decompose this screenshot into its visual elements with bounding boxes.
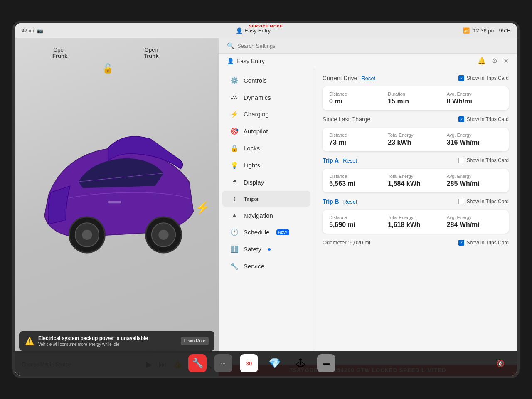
profile-row: 👤 Easy Entry 🔔 ⚙ ✕ [219,54,517,68]
sidebar-item-schedule[interactable]: 🕐 Schedule NEW [222,224,310,240]
current-drive-reset[interactable]: Reset [361,75,375,81]
display-icon: 🖥 [230,178,239,186]
warning-notification: ⚠️ Electrical system backup power is una… [19,331,214,351]
battery-indicator: 42 mi [22,28,34,34]
bell-icon-button[interactable]: 🔔 [478,57,486,65]
dock-item-menu[interactable]: ▬ [317,354,335,372]
sidebar-item-display[interactable]: 🖥 Display [222,174,310,190]
current-drive-avg-energy: Avg. Energy 0 Wh/mi [447,91,502,105]
safety-icon: ℹ️ [230,245,239,253]
sidebar-item-dynamics[interactable]: 🏎 Dynamics [222,89,310,105]
warning-description: Vehicle will consume more energy while i… [38,342,177,347]
trip-a-reset[interactable]: Reset [343,158,357,164]
current-drive-distance: Distance 0 mi [329,91,384,105]
dock-item-joystick[interactable]: 🕹 [291,354,310,372]
display-label: Display [244,179,264,186]
temperature-display: 95°F [499,27,510,34]
settings-icon-button[interactable]: ⚙ [492,57,498,65]
svg-text:⚡: ⚡ [195,200,210,215]
trip-b-show-trips[interactable]: Show in Trips Card [458,199,509,204]
dynamics-label: Dynamics [244,94,271,101]
trip-a-avg-energy: Avg. Energy 285 Wh/mi [447,174,502,187]
service-bar-right: 📶 12:36 pm 95°F [463,27,510,34]
person-icon: 👤 [236,27,243,34]
sidebar-item-navigation[interactable]: ▲ Navigation [222,207,310,223]
autopilot-label: Autopilot [244,128,268,135]
trip-b-reset[interactable]: Reset [343,199,357,205]
search-icon: 🔍 [227,42,234,49]
current-drive-duration-label: Duration [388,91,443,96]
svg-rect-6 [108,201,121,203]
trip-a-distance: Distance 5,563 mi [329,174,384,187]
wrench-icon: 🔧 [192,358,203,369]
service-bar: SERVICE MODE 42 mi 📷 👤 Easy Entry 📶 12:3… [15,23,517,38]
autopilot-icon: 🎯 [230,127,239,135]
warning-text-block: Electrical system backup power is unavai… [38,335,177,347]
sidebar-item-autopilot[interactable]: 🎯 Autopilot [222,123,310,139]
trip-a-total-energy-value: 1,584 kWh [388,180,443,187]
open-frunk-label[interactable]: Open Frunk [52,47,67,59]
trip-b-checkbox[interactable] [458,199,464,204]
dock-item-calendar[interactable]: 30 [240,354,258,372]
camera-icon: 📷 [37,28,43,34]
two-col-layout: ⚙️ Controls 🏎 Dynamics ⚡ Charging 🎯 [219,68,517,365]
service-icon: 🔧 [230,262,239,270]
sidebar-item-service[interactable]: 🔧 Service [222,258,310,274]
trip-a-show-trips[interactable]: Show in Trips Card [458,158,509,163]
odometer-show-trips[interactable]: ✓ Show in Trips Card [458,240,509,246]
since-last-charge-show-trips[interactable]: ✓ Show in Trips Card [458,116,509,122]
trip-b-total-energy-value: 1,618 kWh [388,221,443,229]
trip-b-show-label: Show in Trips Card [467,199,509,204]
open-trunk-label[interactable]: Open Trunk [144,47,158,59]
dock-item-gems[interactable]: 💎 [266,354,284,372]
locks-label: Locks [244,145,260,152]
sidebar-item-locks[interactable]: 🔒 Locks [222,140,310,156]
since-last-charge-show-label: Show in Trips Card [467,116,509,122]
sidebar-item-charging[interactable]: ⚡ Charging [222,106,310,122]
controls-label: Controls [244,77,267,84]
gems-icon: 💎 [268,357,281,369]
close-icon-button[interactable]: ✕ [503,57,509,65]
dock-item-wrench[interactable]: 🔧 [188,354,207,372]
current-drive-show-trips[interactable]: ✓ Show in Trips Card [458,75,509,81]
odometer-checkbox[interactable]: ✓ [458,240,464,246]
trips-content-area: Current Drive Reset ✓ Show in Trips Card… [314,68,517,365]
current-drive-duration: Duration 15 min [388,91,443,105]
screen-outer: SERVICE MODE 42 mi 📷 👤 Easy Entry 📶 12:3… [12,21,520,378]
since-last-charge-checkbox[interactable]: ✓ [458,116,464,122]
since-last-charge-title: Since Last Charge [323,116,370,123]
taskbar-inner: 🔧 ··· 30 💎 🕹 ▬ [27,354,496,372]
sidebar-item-safety[interactable]: ℹ️ Safety [222,241,310,257]
trips-label: Trips [244,195,259,202]
since-last-charge-stats-card: Distance 73 mi Total Energy 23 kWh Avg. … [323,128,509,151]
joystick-icon: 🕹 [296,357,305,369]
sidebar-item-trips[interactable]: ↕️ Trips [222,191,310,207]
charging-icon: ⚡ [230,110,239,118]
sidebar-item-controls[interactable]: ⚙️ Controls [222,72,310,89]
warning-title: Electrical system backup power is unavai… [38,335,177,341]
search-input[interactable] [237,43,509,49]
service-bar-left: 42 mi 📷 [22,28,43,34]
trip-b-total-energy: Total Energy 1,618 kWh [388,215,443,229]
current-drive-checkbox[interactable]: ✓ [458,75,464,81]
trip-a-distance-label: Distance [329,174,384,179]
slc-total-energy-label: Total Energy [388,133,443,138]
slc-total-energy-value: 23 kWh [388,139,443,146]
trip-a-stats-card: Distance 5,563 mi Total Energy 1,584 kWh… [323,169,509,192]
trip-a-distance-value: 5,563 mi [329,180,384,187]
dock-item-dots[interactable]: ··· [214,354,232,372]
volume-icon[interactable]: 🔇 [496,360,505,367]
navigation-icon: ▲ [230,212,239,219]
learn-more-button[interactable]: Learn More [181,337,209,345]
slc-total-energy: Total Energy 23 kWh [388,133,443,146]
car-visualization: ⚡ [23,71,210,326]
dots-icon: ··· [221,360,226,367]
slc-avg-energy: Avg. Energy 316 Wh/mi [447,133,502,146]
trip-b-total-energy-label: Total Energy [388,215,443,220]
sidebar-item-lights[interactable]: 💡 Lights [222,157,310,173]
odometer-show-label: Show in Trips Card [467,240,509,246]
svg-point-5 [158,230,169,240]
current-drive-avg-energy-value: 0 Wh/mi [447,98,502,105]
trip-a-checkbox[interactable] [458,158,464,163]
slc-avg-energy-value: 316 Wh/mi [447,139,502,146]
